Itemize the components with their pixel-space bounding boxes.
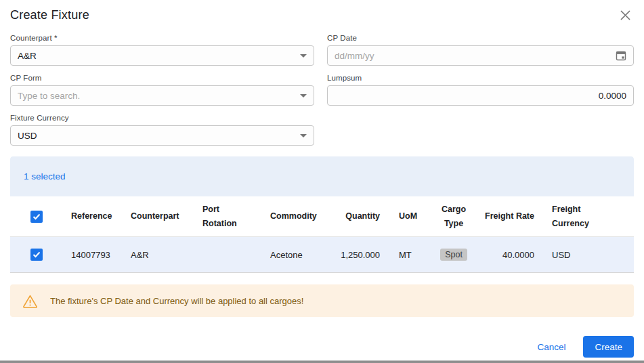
cp-date-input[interactable] — [335, 46, 610, 65]
row-checkbox[interactable] — [30, 249, 43, 261]
create-button[interactable]: Create — [583, 336, 634, 358]
fixture-form: Counterpart * A&R CP Date CP Form Typ — [10, 34, 634, 154]
cell-freight-rate: 40.0000 — [481, 250, 542, 260]
fixture-currency-value: USD — [18, 131, 37, 141]
column-header-uom: UoM — [389, 209, 426, 223]
chevron-down-icon — [300, 54, 307, 58]
counterpart-value: A&R — [18, 51, 37, 61]
cell-commodity: Acetone — [261, 250, 327, 260]
table-header-row: Reference Counterpart Port Rotation Comm… — [10, 196, 634, 237]
column-header-freight-currency: Freight Currency — [542, 202, 634, 230]
fixture-currency-label: Fixture Currency — [10, 114, 314, 122]
table-row[interactable]: 14007793 A&R Acetone 1,250.000 MT Spot 4… — [10, 237, 634, 273]
counterpart-label: Counterpart * — [10, 34, 314, 42]
counterpart-select[interactable]: A&R — [10, 45, 314, 66]
select-all-checkbox[interactable] — [30, 211, 43, 223]
dialog-header: Create Fixture — [10, 5, 634, 24]
cargo-type-badge: Spot — [440, 249, 467, 261]
column-header-reference: Reference — [62, 209, 121, 223]
header-checkbox-cell — [10, 211, 62, 223]
check-icon — [33, 251, 41, 258]
cp-form-placeholder: Type to search. — [18, 91, 80, 101]
background-page-edge — [0, 360, 644, 363]
lumpsum-field: Lumpsum — [327, 74, 634, 106]
fixture-currency-select[interactable]: USD — [10, 125, 314, 146]
cargo-table: 1 selected Reference Counterpart Port Ro… — [10, 156, 634, 273]
chevron-down-icon — [300, 94, 307, 98]
cp-date-control — [327, 45, 634, 66]
cancel-button[interactable]: Cancel — [529, 337, 574, 358]
counterpart-field: Counterpart * A&R — [10, 34, 314, 66]
dialog-footer: Cancel Create — [10, 336, 634, 358]
cp-form-select[interactable]: Type to search. — [10, 85, 314, 106]
fixture-currency-field: Fixture Currency USD — [10, 114, 314, 146]
page-title: Create Fixture — [10, 5, 89, 24]
chevron-down-icon — [300, 134, 307, 137]
column-header-commodity: Commodity — [261, 209, 327, 223]
cp-date-field: CP Date — [327, 34, 634, 66]
cell-freight-currency: USD — [542, 250, 634, 260]
column-header-freight-rate: Freight Rate — [481, 209, 542, 223]
column-header-quantity: Quantity — [327, 209, 389, 223]
cp-form-label: CP Form — [10, 74, 314, 82]
selected-count: 1 selected — [24, 171, 66, 182]
cell-quantity: 1,250.000 — [327, 250, 389, 260]
selection-banner: 1 selected — [10, 156, 634, 196]
warning-banner: The fixture's CP Date and Currency will … — [10, 284, 634, 317]
calendar-icon[interactable] — [616, 50, 626, 61]
column-header-counterpart: Counterpart — [121, 209, 193, 223]
close-icon — [620, 9, 631, 21]
cp-form-field: CP Form Type to search. — [10, 74, 314, 106]
lumpsum-label: Lumpsum — [327, 74, 634, 82]
warning-icon — [22, 294, 38, 308]
cell-uom: MT — [389, 250, 426, 260]
column-header-cargo-type: Cargo Type — [426, 202, 481, 230]
lumpsum-control — [327, 85, 634, 106]
close-button[interactable] — [617, 7, 634, 24]
create-fixture-dialog: Create Fixture Counterpart * A&R CP Date — [0, 0, 644, 363]
check-icon — [33, 213, 41, 220]
lumpsum-input[interactable] — [335, 86, 626, 105]
column-header-port-rotation: Port Rotation — [193, 202, 261, 230]
cp-date-label: CP Date — [327, 34, 634, 42]
cell-counterpart: A&R — [121, 250, 193, 260]
warning-message: The fixture's CP Date and Currency will … — [50, 296, 303, 306]
cell-cargo-type: Spot — [426, 249, 481, 261]
cell-reference: 14007793 — [62, 250, 121, 260]
row-checkbox-cell — [10, 249, 62, 261]
